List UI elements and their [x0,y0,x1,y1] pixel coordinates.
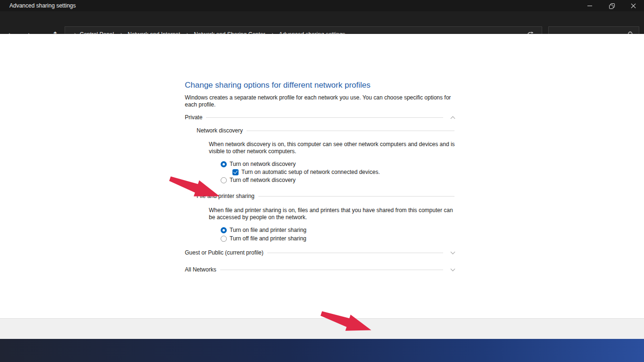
network-discovery-label: Network discovery [197,127,243,134]
radio-unselected-icon[interactable] [221,177,227,183]
subsection-network-discovery-header: Network discovery [197,127,458,134]
section-private-collapse-button[interactable] [447,115,458,120]
radio-label[interactable]: Turn off network discovery [230,177,296,183]
desktop: Advanced sharing settings ← → ↑ Control … [0,0,644,362]
radio-turn-on-file-printer-sharing[interactable]: Turn on file and printer sharing [221,227,306,233]
minimize-icon [587,6,592,6]
minimize-button[interactable] [579,0,601,11]
radio-turn-on-network-discovery[interactable]: Turn on network discovery [221,161,296,167]
navigation-bar: ← → ↑ Control Panel Network and Internet… [0,11,644,34]
section-divider-line [247,131,454,131]
radio-selected-icon[interactable] [221,161,227,167]
section-guest-public-label: Guest or Public (current profile) [185,249,264,256]
section-guest-public-header[interactable]: Guest or Public (current profile) [185,249,458,256]
page-intro: Windows creates a separate network profi… [185,94,453,108]
section-private-label: Private [185,114,202,121]
file-printer-sharing-label: File and printer sharing [197,193,255,199]
section-private-header[interactable]: Private [185,114,458,121]
section-all-networks-expand-button[interactable] [447,267,458,272]
radio-unselected-icon[interactable] [221,236,227,242]
radio-label[interactable]: Turn on network discovery [230,161,296,167]
footer-bar: Save changes Cancel [0,318,644,339]
radio-turn-off-network-discovery[interactable]: Turn off network discovery [221,177,296,183]
section-guest-public-expand-button[interactable] [447,250,458,255]
window-controls [579,0,644,11]
section-divider-line [206,117,443,118]
content-area: Change sharing options for different net… [0,34,644,318]
radio-selected-icon[interactable] [221,227,227,233]
network-discovery-description: When network discovery is on, this compu… [209,141,456,155]
checkbox-checked-icon[interactable] [232,169,239,175]
section-all-networks-header[interactable]: All Networks [185,266,458,273]
restore-icon [609,3,614,8]
file-printer-sharing-description: When file and printer sharing is on, fil… [209,207,456,221]
section-all-networks-label: All Networks [185,266,216,273]
close-icon [631,3,636,8]
chevron-up-icon [450,116,455,121]
title-bar: Advanced sharing settings [0,0,644,11]
page-title: Change sharing options for different net… [185,81,371,90]
checkbox-label[interactable]: Turn on automatic setup of network conne… [241,169,380,175]
checkbox-automatic-setup[interactable]: Turn on automatic setup of network conne… [232,169,380,175]
restore-button[interactable] [601,0,622,11]
chevron-down-icon [450,267,455,272]
section-divider-line [220,270,443,270]
radio-label[interactable]: Turn off file and printer sharing [230,235,306,242]
window-title: Advanced sharing settings [0,2,76,9]
section-divider-line [267,253,443,253]
chevron-down-icon [450,250,455,255]
section-divider-line [258,196,454,197]
subsection-file-printer-sharing-header: File and printer sharing [197,193,458,199]
radio-turn-off-file-printer-sharing[interactable]: Turn off file and printer sharing [221,235,306,242]
taskbar: S ! S s [0,339,644,362]
radio-label[interactable]: Turn on file and printer sharing [230,227,306,233]
close-button[interactable] [622,0,644,11]
